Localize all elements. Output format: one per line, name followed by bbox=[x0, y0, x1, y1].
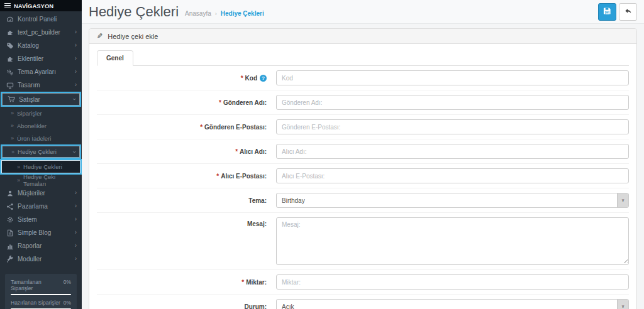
sidebar-item-moduller[interactable]: Moduller › bbox=[0, 252, 82, 266]
chart-icon bbox=[6, 242, 14, 250]
sidebar-item-urun-iadeleri[interactable]: » Ürün İadeleri bbox=[0, 132, 82, 144]
tema-select[interactable]: Birthday bbox=[276, 193, 629, 208]
sidebar-item-label: Raporlar bbox=[18, 242, 42, 249]
share-icon bbox=[6, 202, 14, 210]
sidebar-item-pazarlama[interactable]: Pazarlama › bbox=[0, 200, 82, 213]
sidebar-item-raporlar[interactable]: Raporlar › bbox=[0, 239, 82, 252]
hamburger-icon bbox=[4, 3, 11, 9]
sidebar-item-abonelikler[interactable]: » Abonelikler bbox=[0, 119, 82, 132]
sidebar-item-hediye-cekleri[interactable]: » Hediye Çekleri bbox=[1, 160, 80, 173]
sidebar-item-tasarim[interactable]: Tasarım › bbox=[0, 79, 82, 92]
required-marker: * bbox=[216, 173, 219, 180]
sidebar-item-satislar[interactable]: Satışlar › bbox=[1, 92, 81, 107]
cart-icon bbox=[7, 95, 15, 104]
help-icon[interactable]: ? bbox=[260, 75, 267, 82]
chevron-right-icon: › bbox=[75, 190, 77, 196]
sidebar-item-sistem[interactable]: Sistem › bbox=[0, 213, 82, 226]
sidebar-item-text-pc-builder[interactable]: text_pc_builder › bbox=[0, 26, 82, 39]
field-label: *Kod? bbox=[97, 75, 276, 82]
chevron-right-icon: › bbox=[75, 68, 77, 75]
save-button[interactable] bbox=[598, 3, 616, 21]
chevron-right-icon: › bbox=[75, 55, 77, 62]
sidebar-item-label: Hediye Çeki Temaları bbox=[23, 173, 77, 187]
stat-label: Tamamlanan Siparişler bbox=[11, 279, 64, 291]
page-title: Hediye Çekleri bbox=[89, 4, 179, 20]
stat-value: 0% bbox=[64, 300, 71, 306]
durum-select[interactable]: Açık bbox=[276, 299, 629, 309]
miktar-input[interactable] bbox=[276, 274, 629, 290]
sidebar-item-hediye-ceki-temalari[interactable]: » Hediye Çeki Temaları bbox=[0, 174, 82, 187]
stat-label: Hazırlanan Siparişler bbox=[11, 300, 60, 306]
sidebar-item-simple-blog[interactable]: Simple Blog › bbox=[0, 226, 82, 239]
field-label: *Gönderen E-Postası: bbox=[97, 124, 276, 131]
kod-input[interactable] bbox=[276, 70, 629, 85]
form-row-gonderen-adi: *Gönderen Adı: bbox=[97, 90, 629, 115]
field-label: Mesaj: bbox=[97, 217, 276, 227]
field-label: *Alıcı E-Postası: bbox=[97, 173, 276, 180]
gonderen-eposta-input[interactable] bbox=[276, 119, 629, 134]
breadcrumb-home-link[interactable]: Anasayfa bbox=[185, 10, 211, 17]
form-row-mesaj: Mesaj: bbox=[97, 213, 629, 270]
form-row-gonderen-eposta: *Gönderen E-Postası: bbox=[97, 115, 629, 139]
alici-adi-input[interactable] bbox=[276, 144, 629, 159]
navigation-header[interactable]: NAVİGASYON bbox=[0, 0, 82, 11]
sidebar-item-label: Moduller bbox=[18, 256, 42, 263]
mesaj-textarea[interactable] bbox=[276, 217, 629, 265]
chevron-right-icon: › bbox=[75, 29, 77, 35]
form-row-tema: Tema: Birthday bbox=[97, 188, 629, 213]
bullet-icon: » bbox=[11, 122, 14, 129]
mesaj-textarea-wrap bbox=[276, 217, 629, 265]
puzzle-icon bbox=[6, 28, 14, 36]
panel-heading-label: Hediye çeki ekle bbox=[108, 33, 158, 40]
breadcrumb: Anasayfa › Hediye Çekleri bbox=[185, 6, 264, 17]
gift-voucher-form: *Kod? *Gönderen Adı: bbox=[97, 66, 629, 309]
puzzle-icon bbox=[6, 55, 14, 63]
progress-bar bbox=[11, 294, 71, 295]
sidebar-item-tema-ayarlari[interactable]: Tema Ayarları › bbox=[0, 65, 82, 79]
back-arrow-icon bbox=[624, 6, 632, 18]
sidebar-item-kontrol-paneli[interactable]: Kontrol Paneli bbox=[0, 13, 82, 26]
sidebar-item-label: Ürün İadeleri bbox=[17, 135, 51, 142]
gonderen-adi-input[interactable] bbox=[276, 95, 629, 110]
cogs-icon bbox=[6, 68, 14, 76]
sidebar-item-label: Hediye Çekleri bbox=[18, 148, 57, 155]
sidebar-item-label: Tema Ayarları bbox=[18, 68, 56, 75]
sidebar-item-hediye-cekleri-group[interactable]: » Hediye Çekleri › bbox=[1, 144, 81, 159]
sidebar-item-musteriler[interactable]: Müşteriler › bbox=[0, 187, 82, 200]
required-marker: * bbox=[200, 124, 203, 131]
bullet-icon: » bbox=[11, 135, 14, 141]
desktop-icon bbox=[6, 81, 14, 89]
sidebar-item-siparisler[interactable]: » Siparişler bbox=[0, 107, 82, 119]
back-button[interactable] bbox=[619, 3, 637, 21]
gift-voucher-panel: ✎ Hediye çeki ekle Genel *Kod? bbox=[89, 28, 637, 309]
field-label: *Miktar: bbox=[97, 279, 276, 286]
file-icon bbox=[6, 229, 14, 237]
user-icon bbox=[6, 189, 14, 197]
form-row-alici-eposta: *Alıcı E-Postası: bbox=[97, 164, 629, 188]
breadcrumb-current-link[interactable]: Hediye Çekleri bbox=[221, 10, 264, 17]
page-header: Hediye Çekleri Anasayfa › Hediye Çekleri bbox=[82, 0, 644, 24]
sales-submenu: » Siparişler » Abonelikler » Ürün İadele… bbox=[0, 107, 82, 187]
alici-eposta-input[interactable] bbox=[276, 168, 629, 183]
bullet-icon: » bbox=[11, 110, 14, 116]
form-row-durum: Durum: Açık bbox=[97, 295, 629, 309]
sidebar-item-label: Sistem bbox=[18, 216, 37, 223]
chevron-right-icon: › bbox=[75, 242, 77, 249]
tags-icon bbox=[6, 41, 14, 50]
sidebar-item-label: Tasarım bbox=[18, 82, 40, 89]
sidebar-item-katalog[interactable]: Katalog › bbox=[0, 39, 82, 52]
chevron-right-icon: › bbox=[75, 256, 77, 262]
sidebar-item-eklentiler[interactable]: Eklentiler › bbox=[0, 52, 82, 65]
form-row-kod: *Kod? bbox=[97, 66, 629, 90]
order-stats-panel: Tamamlanan Siparişler 0% Hazırlanan Sipa… bbox=[5, 274, 77, 309]
sidebar: NAVİGASYON Kontrol Paneli text_pc_builde… bbox=[0, 0, 82, 309]
bullet-icon: » bbox=[17, 177, 20, 183]
tab-genel[interactable]: Genel bbox=[97, 50, 133, 66]
sidebar-item-label: Siparişler bbox=[17, 110, 42, 117]
navigation-header-label: NAVİGASYON bbox=[14, 3, 53, 9]
required-marker: * bbox=[219, 99, 221, 106]
field-label: Durum: bbox=[97, 303, 276, 309]
panel-heading: ✎ Hediye çeki ekle bbox=[89, 29, 636, 44]
chevron-right-icon: › bbox=[75, 42, 77, 48]
pencil-icon: ✎ bbox=[97, 32, 103, 40]
